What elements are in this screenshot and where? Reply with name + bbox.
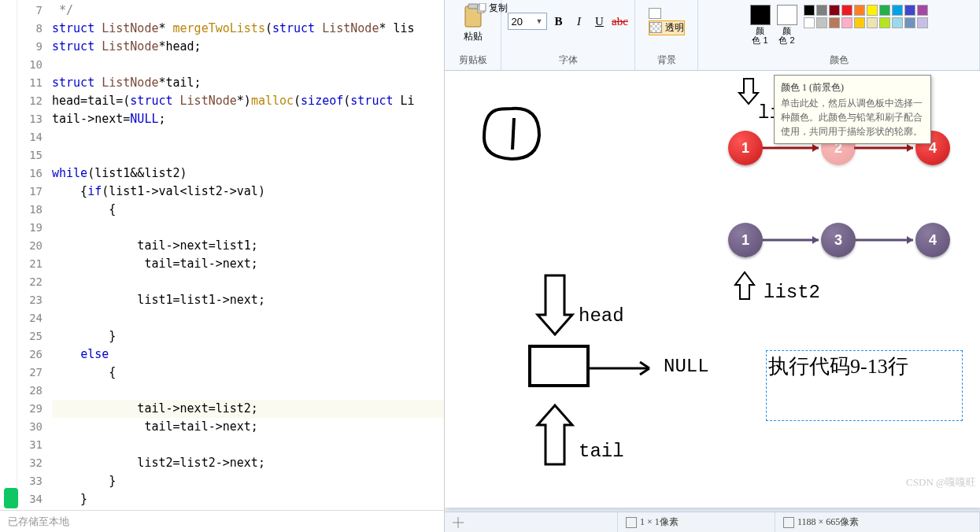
tail-label: tail bbox=[579, 441, 624, 462]
list2-node-3: 4 bbox=[915, 223, 950, 257]
palette-swatch[interactable] bbox=[816, 17, 827, 28]
strikethrough-button[interactable]: abc bbox=[612, 13, 629, 30]
code-content[interactable]: */struct ListNode* mergeTwoLists(struct … bbox=[49, 0, 444, 510]
list2-label: list2 bbox=[764, 282, 820, 303]
palette-swatch[interactable] bbox=[904, 17, 915, 28]
canvas-size-text: 1188 × 665像素 bbox=[797, 515, 859, 529]
svg-rect-4 bbox=[530, 346, 588, 386]
saved-status-text: 已存储至本地 bbox=[8, 515, 69, 527]
head-label: head bbox=[579, 305, 624, 327]
color-palette bbox=[804, 5, 928, 28]
palette-swatch[interactable] bbox=[892, 17, 903, 28]
svg-marker-8 bbox=[907, 144, 913, 152]
bold-button[interactable]: B bbox=[550, 13, 568, 30]
copy-button[interactable]: 复制 bbox=[476, 2, 508, 15]
clipboard-group-label: 剪贴板 bbox=[459, 52, 487, 68]
palette-swatch[interactable] bbox=[879, 5, 890, 16]
copy-icon bbox=[476, 3, 487, 14]
palette-swatch[interactable] bbox=[892, 5, 903, 16]
exec-text-box[interactable]: 执行代码9-13行 bbox=[766, 350, 963, 421]
color1-swatch bbox=[750, 5, 771, 25]
palette-swatch[interactable] bbox=[804, 5, 815, 16]
svg-marker-12 bbox=[907, 236, 913, 244]
italic-button[interactable]: I bbox=[571, 13, 588, 30]
code-editor[interactable]: 7891011121314151617181920212223242526272… bbox=[0, 0, 444, 510]
list2-node-2: 3 bbox=[821, 223, 856, 257]
underline-button[interactable]: U bbox=[591, 13, 608, 30]
palette-swatch[interactable] bbox=[867, 5, 878, 16]
svg-rect-3 bbox=[479, 3, 486, 11]
palette-swatch[interactable] bbox=[854, 17, 865, 28]
palette-swatch[interactable] bbox=[879, 17, 890, 28]
palette-swatch[interactable] bbox=[917, 17, 928, 28]
run-button[interactable] bbox=[4, 488, 18, 508]
list2-node-1: 1 bbox=[728, 223, 763, 257]
color2-button[interactable]: 颜 色 2 bbox=[777, 5, 797, 45]
list1-node-1: 1 bbox=[728, 131, 763, 165]
svg-marker-6 bbox=[812, 144, 819, 152]
font-size-select[interactable]: 20 ▼ bbox=[508, 13, 547, 30]
color1-tooltip: 颜色 1 (前景色) 单击此处，然后从调色板中选择一种颜色。此颜色与铅笔和刷子配… bbox=[774, 75, 931, 144]
selection-size-icon bbox=[626, 517, 637, 528]
chevron-down-icon: ▼ bbox=[536, 17, 543, 25]
font-group-label: 字体 bbox=[559, 52, 578, 68]
svg-marker-10 bbox=[812, 236, 819, 244]
null-label: NULL bbox=[664, 356, 709, 377]
palette-swatch[interactable] bbox=[904, 5, 915, 16]
palette-swatch[interactable] bbox=[917, 5, 928, 16]
palette-swatch[interactable] bbox=[867, 17, 878, 28]
palette-swatch[interactable] bbox=[854, 5, 865, 16]
palette-swatch[interactable] bbox=[829, 5, 840, 16]
line-numbers: 7891011121314151617181920212223242526272… bbox=[17, 0, 49, 510]
color2-swatch bbox=[777, 5, 797, 25]
cursor-pos-icon bbox=[453, 517, 464, 528]
color1-button[interactable]: 颜 色 1 bbox=[750, 5, 771, 45]
watermark-text: CSDN @嘎嘎旺 bbox=[906, 475, 976, 490]
editor-gutter bbox=[0, 0, 17, 510]
palette-swatch[interactable] bbox=[829, 17, 840, 28]
canvas-size-icon bbox=[783, 517, 794, 528]
palette-swatch[interactable] bbox=[841, 17, 852, 28]
paint-ribbon: 粘贴 复制 剪贴板 20 ▼ B I U abc bbox=[445, 0, 980, 71]
opaque-bg-option[interactable] bbox=[649, 8, 685, 19]
colors-group-label: 颜色 bbox=[830, 52, 849, 68]
background-group-label: 背景 bbox=[657, 52, 676, 68]
transparent-bg-option[interactable]: 透明 bbox=[649, 20, 685, 35]
palette-swatch[interactable] bbox=[816, 5, 827, 16]
editor-status-bar: 已存储至本地 bbox=[0, 510, 444, 532]
paint-status-bar: 1 × 1像素 1188 × 665像素 bbox=[445, 512, 980, 532]
selection-size-text: 1 × 1像素 bbox=[640, 515, 679, 529]
palette-swatch[interactable] bbox=[804, 17, 815, 28]
palette-swatch[interactable] bbox=[841, 5, 852, 16]
